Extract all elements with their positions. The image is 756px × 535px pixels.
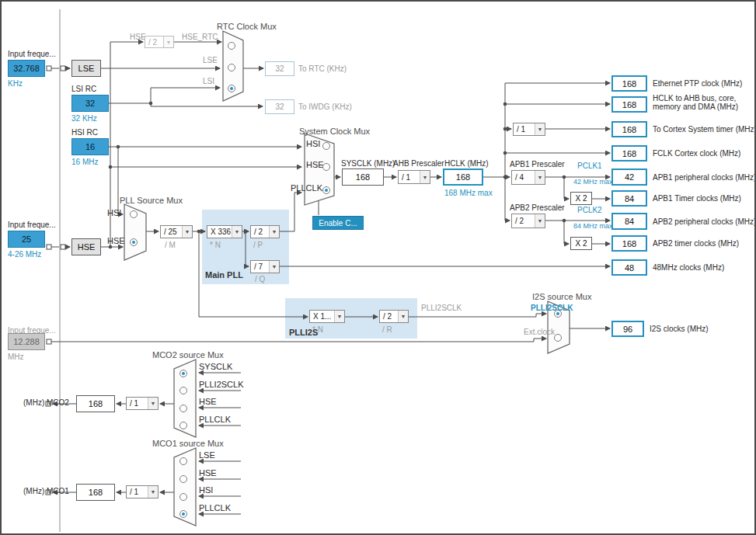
mco2-input-sysclk-label: SYSCLK	[199, 362, 232, 371]
mco1-mux-radio-hse[interactable]	[179, 475, 187, 483]
mco1-mux-radio-hsi[interactable]	[179, 493, 187, 501]
hsi-frequency-field[interactable]: 16	[71, 138, 109, 155]
chevron-down-icon: ▼	[148, 398, 158, 409]
pll-q-divider-select[interactable]: / 7 ▼	[250, 260, 280, 273]
ahb-prescaler-label: AHB Prescaler	[393, 159, 444, 168]
cortex-timer-label: To Cortex System timer (MHz)	[653, 125, 756, 134]
apb2-prescaler-label: APB2 Prescaler	[510, 203, 565, 212]
pll-n-multiplier-select[interactable]: X 336 ▼	[207, 225, 242, 238]
rtc-hse-rtc-label: HSE_RTC	[182, 33, 218, 41]
pll-n-label: * N	[210, 241, 221, 249]
mco2-output-label: (MHz) MCO2	[23, 398, 69, 407]
lsi-frequency-field[interactable]: 32	[71, 95, 109, 112]
sys-mux-radio-pllclk[interactable]	[322, 186, 330, 194]
lse-source-box: LSE	[71, 60, 101, 77]
pll-source-mux-title: PLL Source Mux	[120, 196, 183, 205]
i2s-mux-radio-ext-clock[interactable]	[554, 334, 562, 342]
mco2-mux-radio-hse[interactable]	[179, 405, 187, 412]
rtc-clock-value: 32	[265, 61, 294, 76]
apb1-prescaler-value: / 4	[512, 171, 535, 184]
chevron-down-icon: ▼	[398, 311, 408, 322]
mco2-input-plli2sclk-label: PLLI2SCLK	[199, 380, 243, 389]
system-clock-mux-title: System Clock Mux	[299, 127, 370, 136]
hse-input-unit-label: 4-26 MHz	[8, 250, 41, 259]
sys-mux-radio-hsi[interactable]	[322, 142, 330, 150]
mco1-divider-select[interactable]: / 1 ▼	[126, 485, 159, 499]
apb1-prescaler-label: APB1 Prescaler	[510, 160, 565, 168]
i2s-mux-radio-plli2sclk[interactable]	[554, 310, 562, 318]
rtc-hse-divider-select[interactable]: / 2 ▼	[145, 36, 174, 48]
lse-input-frequency-field[interactable]: 32.768	[8, 60, 45, 77]
rtc-mux-radio-lse[interactable]	[228, 64, 235, 71]
chevron-down-icon: ▼	[535, 171, 545, 184]
i2s-clock-label: I2S clocks (MHz)	[650, 325, 709, 333]
rtc-mux-radio-hse-rtc[interactable]	[228, 42, 235, 50]
plli2s-n-multiplier-select[interactable]: X 1... ▼	[309, 310, 345, 323]
mco2-mux-radio-pllclk[interactable]	[179, 422, 187, 429]
chevron-down-icon: ▼	[232, 226, 242, 238]
hclk-label: HCLK (MHz)	[444, 159, 489, 168]
lsi-rc-label: LSI RC	[71, 85, 96, 93]
mco2-mux-radio-sysclk[interactable]	[179, 370, 187, 377]
to-iwdg-label: To IWDG (KHz)	[298, 102, 352, 111]
chevron-down-icon: ▼	[420, 171, 430, 183]
pll-n-multiplier-value: X 336	[207, 226, 232, 238]
pll-q-divider-value: / 7	[251, 261, 269, 273]
pll-p-label: / P	[253, 241, 263, 249]
rtc-lsi-label: LSI	[203, 77, 214, 85]
pll-mux-radio-hse[interactable]	[130, 238, 138, 246]
sys-mux-radio-hse[interactable]	[322, 163, 330, 171]
plli2s-r-divider-select[interactable]: / 2 ▼	[379, 310, 409, 323]
mco1-mux-radio-lse[interactable]	[179, 457, 187, 465]
pll-p-divider-select[interactable]: / 2 ▼	[250, 225, 280, 238]
rtc-mux-radio-lsi[interactable]	[228, 85, 235, 92]
hsi-rc-label: HSI RC	[71, 128, 98, 137]
apb2-prescaler-select[interactable]: / 2 ▼	[511, 214, 545, 228]
mco1-input-pllclk-label: PLLCLK	[199, 503, 231, 512]
pclk1-label: PCLK1	[577, 162, 602, 170]
hclk-value-field[interactable]: 168	[443, 168, 483, 186]
mco1-input-hse-label: HSE	[199, 468, 217, 478]
plli2s-block-label: PLLI2S	[289, 328, 318, 337]
rtc-mux-title: RTC Clock Mux	[217, 22, 277, 31]
sys-hse-label: HSE	[306, 160, 324, 169]
apb2-prescaler-value: / 2	[512, 214, 535, 228]
chevron-down-icon: ▼	[163, 36, 173, 47]
apb2-timer-label: APB2 timer clocks (MHz)	[653, 239, 739, 248]
pclk1-max-label: 42 MHz max	[573, 178, 613, 186]
hclk-ahb-label: HCLK to AHB bus, core, memory and DMA (M…	[653, 94, 755, 111]
pll-m-divider-select[interactable]: / 25 ▼	[160, 225, 193, 238]
iwdg-clock-value: 32	[265, 99, 294, 114]
wires	[51, 9, 610, 532]
apb1-timer-label: APB1 Timer clocks (MHz)	[653, 194, 741, 203]
hse-input-frequency-field[interactable]: 25	[8, 231, 45, 248]
mco1-mux-radio-pllclk[interactable]	[179, 510, 187, 518]
i2s-ext-clock-label: Ext.clock	[524, 328, 555, 336]
plli2sclk-wire-label: PLLI2SCLK	[421, 304, 462, 312]
i2s-clock-value: 96	[611, 321, 644, 337]
sysclk-value: 168	[342, 168, 384, 186]
sys-hsi-label: HSI	[306, 139, 320, 148]
pclk2-label: PCLK2	[577, 206, 602, 214]
lse-input-unit-label: KHz	[8, 79, 23, 88]
cortex-timer-divider-select[interactable]: / 1 ▼	[513, 123, 545, 136]
cortex-timer-divider-value: / 1	[514, 123, 535, 135]
mco2-divider-select[interactable]: / 1 ▼	[126, 397, 159, 410]
mco1-input-lse-label: LSE	[199, 450, 215, 460]
enable-css-button[interactable]: Enable C...	[312, 216, 364, 230]
mco2-input-hse-label: HSE	[199, 397, 217, 406]
apb1-timer-value: 84	[611, 190, 647, 207]
mco2-mux-radio-plli2sclk[interactable]	[179, 387, 187, 394]
pll-hse-label: HSE	[107, 236, 125, 245]
apb2-timer-value: 168	[611, 235, 647, 252]
pll-mux-radio-hsi[interactable]	[130, 210, 138, 218]
pclk2-max-label: 84 MHz max	[573, 222, 613, 230]
apb1-prescaler-select[interactable]: / 4 ▼	[511, 170, 545, 185]
i2s-source-mux-title: I2S source Mux	[532, 292, 591, 301]
i2s-plli2sclk-label: PLLI2SCLK	[531, 304, 573, 312]
chevron-down-icon: ▼	[269, 261, 279, 273]
apb1-peripheral-label: APB1 peripheral clocks (MHz)	[653, 173, 756, 182]
connector-squares	[46, 66, 65, 495]
i2s-input-unit-label: MHz	[8, 353, 24, 361]
ahb-prescaler-select[interactable]: / 1 ▼	[398, 170, 430, 184]
